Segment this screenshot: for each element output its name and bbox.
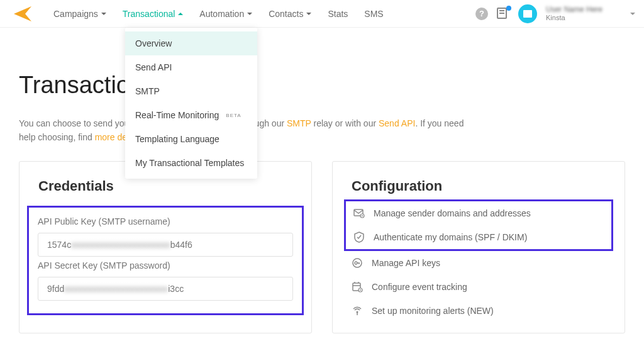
dropdown-label: SMTP [135,86,160,96]
nav-label: Automation [199,9,244,19]
transactional-dropdown: Overview Send API SMTP Real-Time Monitor… [125,28,257,179]
logo[interactable] [13,4,33,24]
help-icon[interactable]: ? [475,8,488,20]
nav-label: Contacts [269,9,303,19]
config-label: Configure event tracking [372,282,467,292]
account-name: User Name Here [546,5,621,14]
nav-transactional[interactable]: Transactional [116,5,191,23]
dropdown-templating[interactable]: Templating Language [125,127,257,151]
envelope-gear-icon [353,208,365,219]
account-selector[interactable]: User Name Here Kinsta [546,5,621,23]
topbar-right: ? User Name Here Kinsta [475,4,635,23]
dropdown-my-templates[interactable]: My Transactional Templates [125,151,257,175]
svg-point-2 [362,215,363,216]
secret-key-input[interactable]: 9fddxxxxxxxxxxxxxxxxxxxxxxi3cc [38,277,293,301]
beta-badge: BETA [224,112,243,119]
nav-campaigns[interactable]: Campaigns [47,5,113,23]
nav-label: Stats [328,9,348,19]
key-icon [352,257,363,269]
configuration-panel: Configuration Manage sender domains and … [332,161,625,333]
config-label: Manage sender domains and addresses [374,208,531,218]
chevron-up-icon [178,13,183,15]
notification-icon[interactable] [497,8,509,20]
topbar: Campaigns Transactional Automation Conta… [0,0,644,28]
config-event-tracking[interactable]: Configure event tracking [352,281,606,293]
calendar-gear-icon [352,281,363,293]
avatar[interactable] [518,4,537,23]
dropdown-label: Send API [135,62,172,72]
public-key-field: API Public Key (SMTP username) 1574cxxxx… [38,216,293,257]
dropdown-send-api[interactable]: Send API [125,55,257,79]
svg-point-4 [355,262,357,264]
nav-automation[interactable]: Automation [192,5,259,23]
dropdown-label: Real-Time Monitoring [135,110,219,120]
dropdown-overview[interactable]: Overview [125,31,257,55]
config-sender-domains[interactable]: Manage sender domains and addresses [353,208,604,219]
dropdown-realtime[interactable]: Real-Time Monitoring BETA [125,103,257,127]
chevron-down-icon [247,13,252,15]
public-key-input[interactable]: 1574cxxxxxxxxxxxxxxxxxxxxxb44f6 [38,233,293,257]
chevron-down-icon [630,13,635,15]
config-monitoring-alerts[interactable]: Set up monitoring alerts (NEW) [352,305,606,316]
dropdown-label: Overview [135,38,172,48]
chevron-down-icon [101,13,106,15]
svg-point-10 [360,289,361,291]
secret-key-label: API Secret Key (SMTP password) [38,260,293,271]
nav-label: SMS [364,9,383,19]
nav-stats[interactable]: Stats [321,5,355,23]
chevron-down-icon [306,13,311,15]
shield-check-icon [353,232,365,243]
account-company: Kinsta [546,14,621,22]
public-key-label: API Public Key (SMTP username) [38,216,293,226]
credentials-title: Credentials [38,178,292,194]
secret-key-field: API Secret Key (SMTP password) 9fddxxxxx… [38,260,293,301]
send-api-link[interactable]: Send API [379,118,415,128]
notification-dot [506,6,511,11]
config-label: Authenticate my domains (SPF / DKIM) [374,232,527,242]
main-nav: Campaigns Transactional Automation Conta… [47,5,391,23]
main-content: Transactional You can choose to send you… [0,28,644,333]
dropdown-smtp[interactable]: SMTP [125,79,257,103]
smtp-link[interactable]: SMTP [287,118,311,128]
nav-sms[interactable]: SMS [357,5,390,23]
config-api-keys[interactable]: Manage API keys [352,257,606,269]
page-title: Transactional [19,72,625,99]
config-highlight: Manage sender domains and addresses Auth… [344,199,613,251]
config-label: Set up monitoring alerts (NEW) [372,306,494,316]
config-authenticate[interactable]: Authenticate my domains (SPF / DKIM) [353,232,604,243]
configuration-title: Configuration [352,178,606,194]
antenna-icon [352,305,363,316]
dropdown-label: My Transactional Templates [135,158,244,168]
config-label: Manage API keys [372,258,440,268]
credentials-highlight: API Public Key (SMTP username) 1574cxxxx… [27,206,304,315]
nav-label: Campaigns [53,9,98,19]
nav-label: Transactional [123,9,175,19]
panels: Credentials API Public Key (SMTP usernam… [19,161,625,333]
nav-contacts[interactable]: Contacts [262,5,318,23]
credentials-panel: Credentials API Public Key (SMTP usernam… [19,161,312,333]
configuration-list: Manage sender domains and addresses Auth… [352,206,606,316]
dropdown-label: Templating Language [135,134,219,144]
